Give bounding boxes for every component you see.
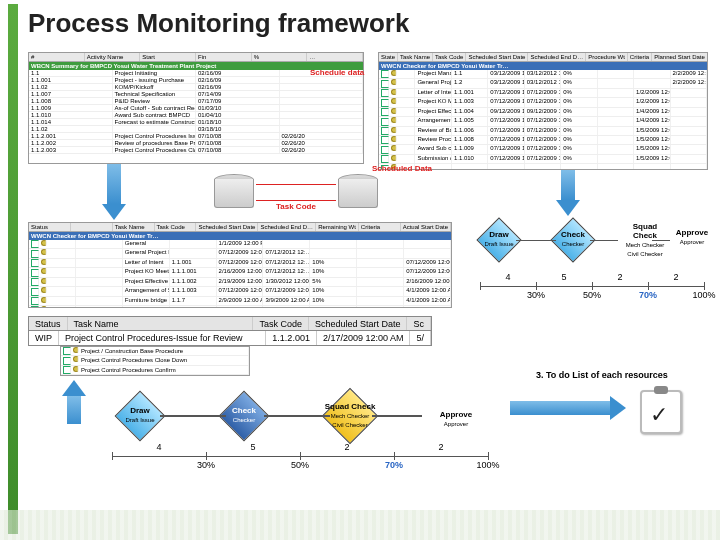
table-row: 1.1.2.003Project Control Procedures Clos… <box>29 147 363 154</box>
sheet-tasks-detail: StateTask NameTask CodeScheduled Start D… <box>378 52 708 170</box>
wfR-check-label: CheckChecker <box>550 230 596 248</box>
table-row: 1.1.014Forecast to estimate Constructabi… <box>29 119 363 126</box>
dim-pct-label: 100% <box>476 460 499 470</box>
table-row: Project Control Procedures Close Down <box>61 356 249 365</box>
wfR-approve-label: ApproveApprover <box>672 228 712 246</box>
table-row: 1.1.008P&ID Review07/17/09 <box>29 98 363 105</box>
arrow-down-2 <box>556 170 580 216</box>
table-row: General Project Management1.203/12/2009 … <box>379 79 707 88</box>
dim-seg-label: 4 <box>156 442 161 452</box>
dim-tick <box>648 282 649 290</box>
table-row: Submission of P&ID Review1.1.01007/12/20… <box>379 155 707 164</box>
todo-label: 3. To do List of each resources <box>536 370 668 380</box>
dim-pct-label: 70% <box>639 290 657 300</box>
table-row: Project / Construction Base Procedure <box>61 347 249 356</box>
table-row: Project KO Meeting with BMPCD1.1.00307/1… <box>379 98 707 107</box>
table-row: 1.1.0203/18/10 <box>29 126 363 133</box>
clipboard-icon: ✓ <box>640 390 682 434</box>
db-left-icon <box>214 174 254 208</box>
dim-tick <box>488 452 489 460</box>
detail-taskcode-v: 1.1.2.001 <box>266 331 317 345</box>
dim-pct-label: 70% <box>385 460 403 470</box>
wf-link-1 <box>160 415 226 417</box>
dim-pct-label: 100% <box>692 290 715 300</box>
arrow-up-1 <box>62 380 86 424</box>
arrow-right-1 <box>510 396 626 420</box>
table-row: General Project Management07/12/2009 12:… <box>29 249 451 258</box>
table-row: Arrangement of Site Visit Focus off Need… <box>29 287 451 296</box>
wfR-link-1 <box>516 240 556 241</box>
detail-status-h: Status <box>29 317 68 331</box>
skyline-decoration <box>0 510 720 540</box>
dim-tick <box>300 452 301 460</box>
detail-taskname-h: Task Name <box>68 317 254 331</box>
dim-seg-label: 2 <box>438 442 443 452</box>
dim-tick <box>112 452 113 460</box>
wfR-link-2 <box>590 240 618 241</box>
table-row: Project Effective Date1.1.1.0022/19/2009… <box>29 278 451 287</box>
sheet-checker: StatusTask NameTask CodeScheduled Start … <box>28 222 452 308</box>
table-row: Award Subcontract - processing (if Neede… <box>29 306 451 308</box>
dim-seg-label: 2 <box>673 272 678 282</box>
dim-seg-label: 2 <box>617 272 622 282</box>
detail-status-v: WIP <box>29 331 59 345</box>
dim-tick <box>536 282 537 290</box>
dim-tick <box>704 282 705 290</box>
detail-sched-v: 2/17/2009 12:00 AM <box>317 331 411 345</box>
table-row: Furniture bridge arranging and dispatch1… <box>29 297 451 306</box>
wf-link-3 <box>372 415 422 417</box>
dim-pct-label: 50% <box>291 460 309 470</box>
sheet2-header: StateTask NameTask CodeScheduled Start D… <box>379 53 707 62</box>
table-row: Award Sub contract1.1.00907/12/2009 12:0… <box>379 145 707 154</box>
table-row: Project Control Procedures Confirm <box>61 366 249 375</box>
dim-seg-label: 2 <box>344 442 349 452</box>
dim-tick <box>592 282 593 290</box>
table-row: Project KO Meeting with BMPCD1.1.1.0012/… <box>29 268 451 277</box>
wfR-link-3 <box>652 240 670 241</box>
table-row: Arrangement of Site Visit Focus off Need… <box>379 117 707 126</box>
dim-pct-label: 30% <box>527 290 545 300</box>
db-right-icon <box>338 174 378 208</box>
table-row: General1/1/2009 12:00 PM <box>29 240 451 249</box>
detail-taskcode-h: Task Code <box>253 317 309 331</box>
red-line-2 <box>256 200 336 201</box>
detail-sched-h: Scheduled Start Date <box>309 317 408 331</box>
scheduled-data-label: Scheduled Data <box>372 164 432 173</box>
table-row: 1.1.001Project - issuing Purchase02/16/0… <box>29 77 363 84</box>
detail-taskname-v: Project Control Procedures-Issue for Rev… <box>59 331 266 345</box>
table-row: 1.1.2.001Project Control Procedures Issu… <box>29 133 363 140</box>
wf-link-2 <box>264 415 330 417</box>
detail-sc2-h: Sc <box>407 317 431 331</box>
table-row: 1.1.02KOM/P/Kickoff02/16/09 <box>29 84 363 91</box>
table-row: 1.1.2.002Review of procedures Base Proce… <box>29 140 363 147</box>
table-row: Review Procedures Requirement - BMPCD1.1… <box>379 136 707 145</box>
table-row: 1.1.009As-of Cutoff - Sub contract Requi… <box>29 105 363 112</box>
red-line-1 <box>256 184 336 185</box>
dim-seg-label: 5 <box>561 272 566 282</box>
wf-approve-label: ApproveApprover <box>426 410 486 428</box>
checkmark-icon: ✓ <box>650 402 668 428</box>
page-title: Process Monitoring framework <box>28 8 409 39</box>
dim-seg-label: 4 <box>505 272 510 282</box>
dim-tick <box>394 452 395 460</box>
arrow-down-1 <box>102 164 126 220</box>
wf-draw-label: DrawDraft Issue <box>114 406 166 424</box>
table-row: 1.1.007Technical Specification07/14/09 <box>29 91 363 98</box>
dim-seg-label: 5 <box>250 442 255 452</box>
detail-row-values: WIP Project Control Procedures-Issue for… <box>28 330 432 346</box>
table-row: Letter of Intent1.1.00107/12/2009 12:00 … <box>29 259 451 268</box>
dim-pct-label: 30% <box>197 460 215 470</box>
dim-tick <box>206 452 207 460</box>
sheet4: Project / Construction Base ProcedurePro… <box>60 346 250 376</box>
sheet1-header: #Activity NameStartFin%… <box>29 53 363 62</box>
table-row: Review of Basic List/Review Schedule1.1.… <box>379 127 707 136</box>
task-code-label: Task Code <box>276 202 316 211</box>
dim-tick <box>480 282 481 290</box>
schedule-data-label: Schedule data <box>310 68 364 77</box>
table-row: Project Effective Date1.1.00409/12/2009 … <box>379 108 707 117</box>
table-row: Letter of Intent1.1.00107/12/2009 12:00 … <box>379 89 707 98</box>
table-row: Project Management1.103/12/2009 12:00 AM… <box>379 70 707 79</box>
dim-pct-label: 50% <box>583 290 601 300</box>
sheet3-header: StatusTask NameTask CodeScheduled Start … <box>29 223 451 232</box>
detail-sc2-v: 5/ <box>410 331 431 345</box>
